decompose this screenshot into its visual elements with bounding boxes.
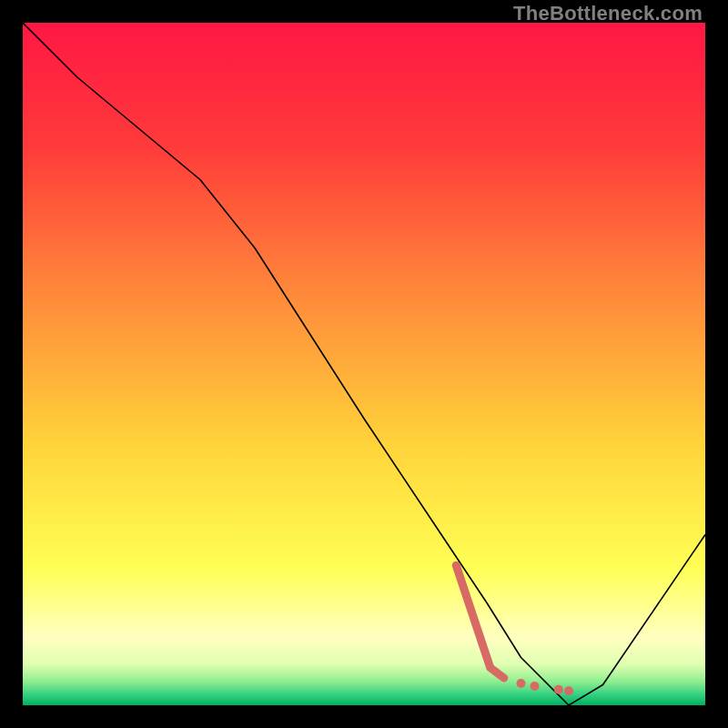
- highlight-dots-dot: [564, 686, 573, 695]
- gradient-background: [23, 23, 705, 705]
- highlight-dots-dot: [517, 679, 526, 688]
- chart-frame: TheBottleneck.com: [0, 0, 728, 728]
- chart-svg: [23, 23, 705, 705]
- highlight-dots-dot: [554, 685, 563, 694]
- plot-area: [23, 23, 705, 705]
- watermark-label: TheBottleneck.com: [513, 2, 703, 25]
- highlight-dots-dot: [531, 682, 540, 691]
